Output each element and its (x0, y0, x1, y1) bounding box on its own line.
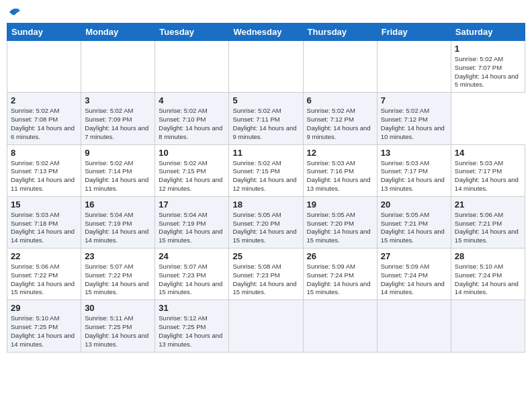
calendar-week-3: 8Sunrise: 5:02 AMSunset: 7:13 PMDaylight… (7, 144, 525, 196)
calendar-week-2: 2Sunrise: 5:02 AMSunset: 7:08 PMDaylight… (7, 93, 525, 144)
day-number: 2 (11, 95, 77, 105)
col-header-saturday: Saturday (451, 24, 525, 41)
day-info: Sunrise: 5:02 AMSunset: 7:15 PMDaylight:… (232, 159, 299, 193)
day-info: Sunrise: 5:03 AMSunset: 7:17 PMDaylight:… (381, 159, 447, 193)
empty-cell (155, 41, 229, 93)
day-info: Sunrise: 5:03 AMSunset: 7:18 PMDaylight:… (11, 211, 77, 245)
day-info: Sunrise: 5:06 AMSunset: 7:22 PMDaylight:… (11, 263, 77, 297)
day-number: 15 (11, 199, 77, 210)
day-info: Sunrise: 5:09 AMSunset: 7:24 PMDaylight:… (307, 263, 373, 297)
day-info: Sunrise: 5:02 AMSunset: 7:07 PMDaylight:… (455, 55, 521, 89)
day-number: 18 (232, 199, 299, 210)
day-number: 23 (85, 251, 151, 261)
day-number: 1 (455, 44, 521, 54)
day-info: Sunrise: 5:07 AMSunset: 7:22 PMDaylight:… (85, 263, 151, 297)
calendar-day-12: 12Sunrise: 5:03 AMSunset: 7:16 PMDayligh… (303, 144, 377, 196)
day-number: 17 (159, 199, 225, 210)
calendar-day-29: 29Sunrise: 5:10 AMSunset: 7:25 PMDayligh… (7, 300, 81, 352)
day-number: 24 (159, 251, 225, 261)
day-info: Sunrise: 5:05 AMSunset: 7:20 PMDaylight:… (232, 211, 299, 245)
empty-cell (81, 41, 155, 93)
calendar-day-28: 28Sunrise: 5:10 AMSunset: 7:24 PMDayligh… (451, 248, 525, 300)
day-info: Sunrise: 5:02 AMSunset: 7:12 PMDaylight:… (307, 107, 373, 141)
day-info: Sunrise: 5:02 AMSunset: 7:14 PMDaylight:… (85, 159, 151, 193)
calendar-day-7: 7Sunrise: 5:02 AMSunset: 7:12 PMDaylight… (377, 93, 451, 144)
day-number: 16 (85, 199, 151, 210)
day-number: 8 (11, 148, 77, 158)
calendar-day-16: 16Sunrise: 5:04 AMSunset: 7:19 PMDayligh… (81, 196, 155, 248)
calendar-week-6: 29Sunrise: 5:10 AMSunset: 7:25 PMDayligh… (7, 300, 525, 352)
day-info: Sunrise: 5:08 AMSunset: 7:23 PMDaylight:… (232, 263, 299, 297)
empty-cell (7, 41, 81, 93)
logo (7, 7, 21, 17)
logo-bird-icon (8, 7, 21, 17)
col-header-sunday: Sunday (7, 24, 81, 41)
day-number: 10 (159, 148, 225, 158)
day-number: 5 (232, 95, 299, 105)
calendar-day-9: 9Sunrise: 5:02 AMSunset: 7:14 PMDaylight… (81, 144, 155, 196)
day-info: Sunrise: 5:10 AMSunset: 7:25 PMDaylight:… (11, 314, 77, 349)
calendar-day-17: 17Sunrise: 5:04 AMSunset: 7:19 PMDayligh… (155, 196, 229, 248)
calendar-week-5: 22Sunrise: 5:06 AMSunset: 7:22 PMDayligh… (7, 248, 525, 300)
calendar-day-2: 2Sunrise: 5:02 AMSunset: 7:08 PMDaylight… (7, 93, 81, 144)
day-info: Sunrise: 5:02 AMSunset: 7:10 PMDaylight:… (159, 107, 225, 141)
day-info: Sunrise: 5:09 AMSunset: 7:24 PMDaylight:… (381, 263, 447, 297)
day-number: 21 (455, 199, 521, 210)
day-info: Sunrise: 5:06 AMSunset: 7:21 PMDaylight:… (455, 211, 521, 245)
day-info: Sunrise: 5:02 AMSunset: 7:15 PMDaylight:… (159, 159, 225, 193)
empty-cell (377, 41, 451, 93)
day-info: Sunrise: 5:10 AMSunset: 7:24 PMDaylight:… (455, 263, 521, 297)
day-info: Sunrise: 5:05 AMSunset: 7:21 PMDaylight:… (381, 211, 447, 245)
day-number: 29 (11, 303, 77, 313)
day-info: Sunrise: 5:07 AMSunset: 7:23 PMDaylight:… (159, 263, 225, 297)
calendar-day-8: 8Sunrise: 5:02 AMSunset: 7:13 PMDaylight… (7, 144, 81, 196)
empty-cell (377, 300, 451, 352)
day-number: 31 (159, 303, 225, 313)
col-header-wednesday: Wednesday (229, 24, 303, 41)
day-number: 3 (85, 95, 151, 105)
calendar-day-31: 31Sunrise: 5:12 AMSunset: 7:25 PMDayligh… (155, 300, 229, 352)
day-info: Sunrise: 5:02 AMSunset: 7:11 PMDaylight:… (232, 107, 299, 141)
day-number: 30 (85, 303, 151, 313)
day-number: 12 (307, 148, 373, 158)
calendar-day-25: 25Sunrise: 5:08 AMSunset: 7:23 PMDayligh… (229, 248, 303, 300)
day-number: 26 (307, 251, 373, 261)
day-number: 6 (307, 95, 373, 105)
day-number: 14 (455, 148, 521, 158)
calendar-day-30: 30Sunrise: 5:11 AMSunset: 7:25 PMDayligh… (81, 300, 155, 352)
day-info: Sunrise: 5:02 AMSunset: 7:12 PMDaylight:… (381, 107, 447, 141)
day-info: Sunrise: 5:02 AMSunset: 7:08 PMDaylight:… (11, 107, 77, 141)
calendar-day-27: 27Sunrise: 5:09 AMSunset: 7:24 PMDayligh… (377, 248, 451, 300)
day-info: Sunrise: 5:11 AMSunset: 7:25 PMDaylight:… (85, 314, 151, 349)
day-info: Sunrise: 5:05 AMSunset: 7:20 PMDaylight:… (307, 211, 373, 245)
empty-cell (451, 300, 525, 352)
calendar-day-14: 14Sunrise: 5:03 AMSunset: 7:17 PMDayligh… (451, 144, 525, 196)
day-number: 4 (159, 95, 225, 105)
calendar-day-5: 5Sunrise: 5:02 AMSunset: 7:11 PMDaylight… (229, 93, 303, 144)
day-info: Sunrise: 5:02 AMSunset: 7:09 PMDaylight:… (85, 107, 151, 141)
day-info: Sunrise: 5:04 AMSunset: 7:19 PMDaylight:… (159, 211, 225, 245)
calendar-day-13: 13Sunrise: 5:03 AMSunset: 7:17 PMDayligh… (377, 144, 451, 196)
day-number: 22 (11, 251, 77, 261)
calendar-day-20: 20Sunrise: 5:05 AMSunset: 7:21 PMDayligh… (377, 196, 451, 248)
empty-cell (303, 300, 377, 352)
calendar-day-6: 6Sunrise: 5:02 AMSunset: 7:12 PMDaylight… (303, 93, 377, 144)
calendar-day-22: 22Sunrise: 5:06 AMSunset: 7:22 PMDayligh… (7, 248, 81, 300)
day-info: Sunrise: 5:02 AMSunset: 7:13 PMDaylight:… (11, 159, 77, 193)
day-info: Sunrise: 5:12 AMSunset: 7:25 PMDaylight:… (159, 314, 225, 349)
calendar-day-11: 11Sunrise: 5:02 AMSunset: 7:15 PMDayligh… (229, 144, 303, 196)
day-number: 25 (232, 251, 299, 261)
col-header-thursday: Thursday (303, 24, 377, 41)
calendar-table: SundayMondayTuesdayWednesdayThursdayFrid… (7, 23, 525, 353)
col-header-tuesday: Tuesday (155, 24, 229, 41)
col-header-friday: Friday (377, 24, 451, 41)
day-number: 13 (381, 148, 447, 158)
calendar-day-24: 24Sunrise: 5:07 AMSunset: 7:23 PMDayligh… (155, 248, 229, 300)
empty-cell (303, 41, 377, 93)
day-number: 20 (381, 199, 447, 210)
calendar-day-18: 18Sunrise: 5:05 AMSunset: 7:20 PMDayligh… (229, 196, 303, 248)
day-info: Sunrise: 5:04 AMSunset: 7:19 PMDaylight:… (85, 211, 151, 245)
day-number: 19 (307, 199, 373, 210)
day-number: 7 (381, 95, 447, 105)
calendar-day-23: 23Sunrise: 5:07 AMSunset: 7:22 PMDayligh… (81, 248, 155, 300)
